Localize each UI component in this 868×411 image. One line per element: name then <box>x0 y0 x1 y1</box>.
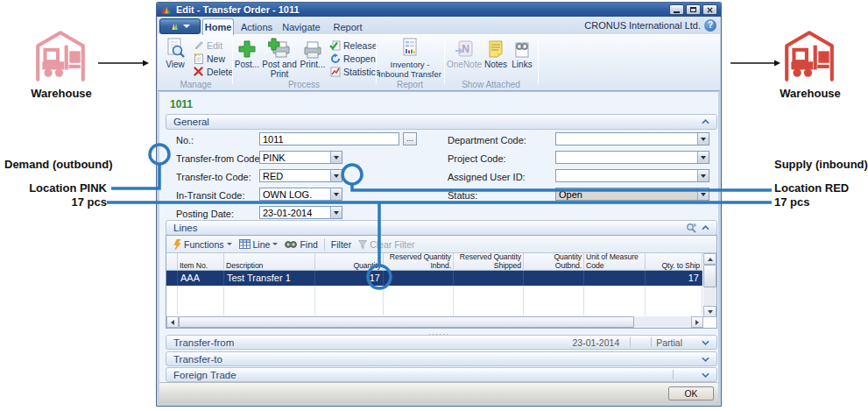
clear-filter-button[interactable]: Clear Filter <box>358 239 414 250</box>
app-menu-icon <box>171 22 180 32</box>
report-chart-icon <box>378 37 442 59</box>
no-input[interactable]: 1011 <box>259 132 399 145</box>
tab-navigate[interactable]: Navigate <box>279 18 324 35</box>
in-transit-code-input[interactable]: OWN LOG. <box>259 188 342 201</box>
transfer-from-code-input[interactable]: PINK <box>259 151 342 164</box>
col-description[interactable]: Description <box>224 253 315 271</box>
hscroll-thumb[interactable] <box>179 316 634 328</box>
edit-button[interactable]: Edit <box>192 39 233 52</box>
col-item-no[interactable]: Item No. <box>178 253 224 271</box>
view-button[interactable]: View <box>161 37 189 69</box>
inventory-inbound-transfer-button[interactable]: Inventory - Inbound Transfer <box>378 37 442 79</box>
sticky-note-icon <box>483 37 508 59</box>
onenote-button[interactable]: N OneNote <box>446 37 483 69</box>
maximize-button[interactable] <box>686 4 701 15</box>
assigned-user-dropdown-icon[interactable] <box>697 170 709 181</box>
vertical-scrollbar[interactable] <box>703 253 716 317</box>
print-button[interactable]: Print... <box>299 37 327 69</box>
links-button[interactable]: Links <box>510 37 534 69</box>
field-label-status: Status: <box>448 190 477 201</box>
transfer-from-status: Partial <box>656 337 682 348</box>
col-qty-to-ship[interactable]: Qty. to Ship <box>646 253 702 271</box>
expand-foreign-trade-icon[interactable] <box>702 372 709 378</box>
scroll-left-icon[interactable] <box>166 316 179 328</box>
expand-transfer-to-icon[interactable] <box>702 357 709 362</box>
field-label-in-transit: In-Transit Code: <box>176 190 244 201</box>
collapse-general-icon[interactable] <box>696 119 709 124</box>
field-label-no: No.: <box>176 135 194 145</box>
delete-button[interactable]: Delete <box>192 65 233 78</box>
ribbon-tab-row: Home Actions Navigate Report CRONUS Inte… <box>158 17 720 35</box>
posting-date-dropdown-icon[interactable] <box>330 207 342 218</box>
warehouse-left-label: Warehouse <box>16 87 107 100</box>
blue-refresh-icon <box>328 53 342 64</box>
fasttab-lines-header[interactable]: Lines <box>166 220 717 236</box>
in-transit-dropdown-icon[interactable] <box>330 188 342 200</box>
expand-transfer-from-icon[interactable] <box>702 340 709 345</box>
fasttab-foreign-trade[interactable]: Foreign Trade <box>166 367 717 382</box>
app-logo-icon <box>160 4 172 16</box>
assigned-user-input[interactable] <box>555 169 709 182</box>
status-input: Open <box>555 188 709 201</box>
find-button[interactable]: Find <box>285 239 317 250</box>
field-label-transfer-from: Transfer-from Code: <box>176 153 263 164</box>
red-x-icon <box>192 66 205 77</box>
tab-report[interactable]: Report <box>328 18 367 35</box>
gear-magnifier-icon[interactable] <box>686 223 697 233</box>
posting-date-input[interactable]: 23-01-2014 <box>259 206 342 219</box>
department-code-input[interactable] <box>555 132 709 145</box>
application-menu-button[interactable] <box>159 18 201 34</box>
minimize-button[interactable] <box>669 4 684 15</box>
status-dropdown-icon[interactable] <box>697 188 709 200</box>
project-dropdown-icon[interactable] <box>697 152 709 163</box>
app-window: Edit - Transfer Order - 1011 Home Action… <box>156 2 722 407</box>
ribbon-group-process: Post... Post and Print Print... <box>234 36 374 89</box>
fasttab-general[interactable]: General <box>166 114 717 130</box>
tab-home[interactable]: Home <box>202 18 234 35</box>
statistics-button[interactable]: Statistics <box>328 65 380 78</box>
transfer-to-dropdown-icon[interactable] <box>330 170 342 181</box>
scroll-down-icon[interactable] <box>703 306 716 317</box>
col-reserved-qty-outbnd[interactable]: Reserved Quantity Outbnd. <box>524 253 584 271</box>
scroll-right-icon[interactable] <box>691 316 703 328</box>
col-quantity[interactable]: Quantity <box>315 253 384 271</box>
titlebar[interactable]: Edit - Transfer Order - 1011 <box>157 3 721 17</box>
green-plus-icon <box>234 37 260 59</box>
project-code-input[interactable] <box>555 151 709 164</box>
functions-menu[interactable]: Functions <box>173 239 232 250</box>
onenote-icon: N <box>446 37 483 59</box>
grid-row-selected[interactable]: AAA Test Transfer 1 17 17 <box>166 271 702 286</box>
ok-button[interactable]: OK <box>668 386 714 400</box>
scroll-up-icon[interactable] <box>703 253 716 265</box>
fasttab-transfer-from[interactable]: Transfer-from 23-01-2014 Partial <box>166 335 717 350</box>
page-content: 1011 General No.: 1011 ... Transfer-from… <box>159 91 718 403</box>
record-breadcrumb: 1011 <box>170 98 193 110</box>
fasttab-transfer-to[interactable]: Transfer-to <box>166 351 717 366</box>
no-assist-button[interactable]: ... <box>403 132 417 145</box>
horizontal-scrollbar[interactable] <box>166 316 703 328</box>
help-icon[interactable]: ? <box>704 19 716 32</box>
reopen-button[interactable]: Reopen <box>328 52 380 65</box>
grid-row-empty[interactable] <box>166 286 702 301</box>
col-unit-of-measure[interactable]: Unit of Measure Code <box>584 253 646 271</box>
document-magnifier-icon <box>161 37 189 59</box>
post-button[interactable]: Post... <box>234 37 260 69</box>
vscroll-thumb[interactable] <box>703 265 716 287</box>
ribbon: View Edit New Delete Man <box>158 35 720 91</box>
department-dropdown-icon[interactable] <box>697 133 709 145</box>
field-label-assigned-user: Assigned User ID: <box>448 172 526 182</box>
new-button[interactable]: New <box>192 52 233 65</box>
grid-row-empty[interactable] <box>166 301 702 315</box>
collapse-lines-icon[interactable] <box>702 225 709 230</box>
col-reserved-qty-inbnd[interactable]: Reserved Quantity Inbnd. <box>384 253 454 271</box>
transfer-from-dropdown-icon[interactable] <box>330 152 342 163</box>
line-menu[interactable]: Line <box>239 239 279 250</box>
transfer-to-code-input[interactable]: RED <box>259 169 342 182</box>
tab-actions[interactable]: Actions <box>238 18 275 35</box>
filter-button[interactable]: Filter <box>331 239 351 250</box>
col-reserved-qty-shipped[interactable]: Reserved Quantity Shipped <box>454 253 524 271</box>
release-button[interactable]: Release <box>328 39 380 52</box>
post-and-print-button[interactable]: Post and Print <box>261 37 298 79</box>
close-button[interactable] <box>702 4 717 15</box>
notes-button[interactable]: Notes <box>483 37 508 69</box>
